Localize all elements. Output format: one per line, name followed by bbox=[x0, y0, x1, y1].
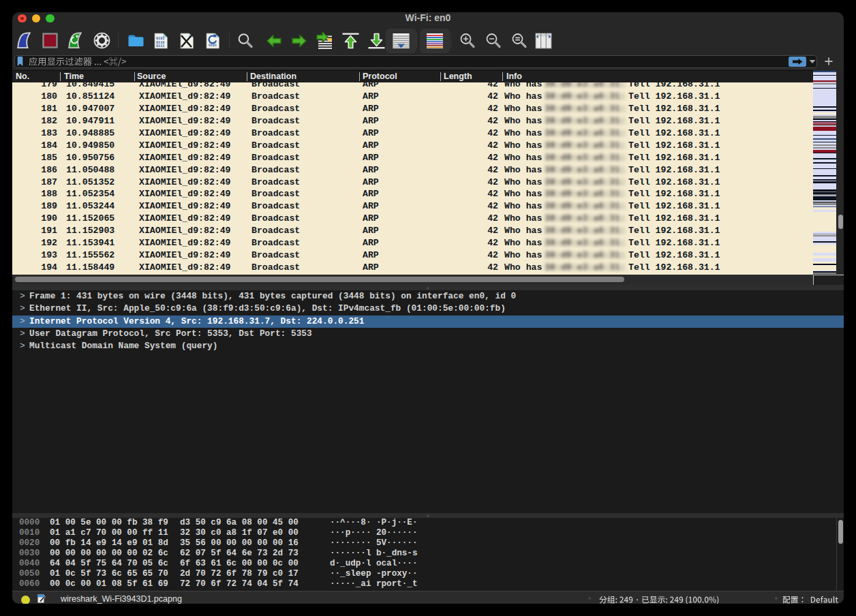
svg-text:0111: 0111 bbox=[156, 44, 164, 48]
svg-text:0101: 0101 bbox=[209, 44, 217, 48]
